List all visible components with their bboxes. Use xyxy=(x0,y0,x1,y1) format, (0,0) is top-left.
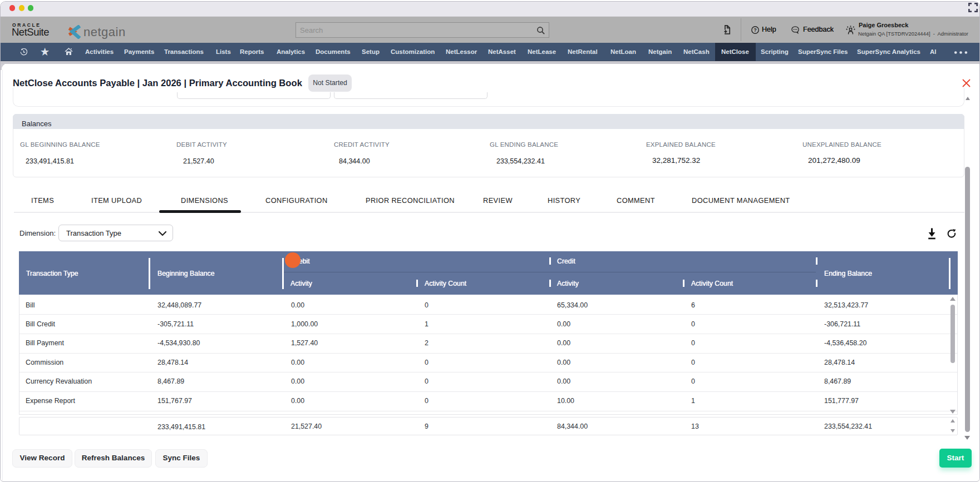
svg-text:?: ? xyxy=(754,27,757,33)
